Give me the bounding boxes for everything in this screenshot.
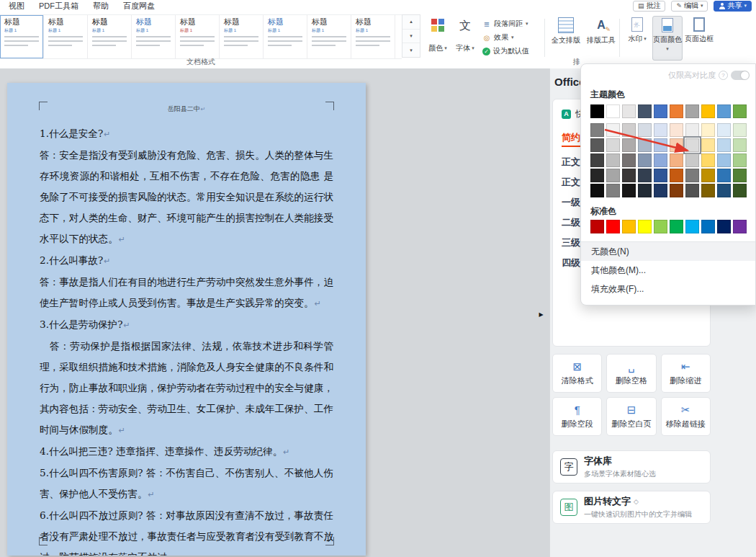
color-swatch[interactable] — [638, 220, 652, 233]
color-swatch[interactable] — [654, 104, 667, 118]
color-swatch[interactable] — [717, 104, 731, 118]
share-button[interactable]: 共享 ▾ — [714, 1, 752, 12]
color-swatch[interactable] — [670, 104, 683, 118]
menu-tab[interactable]: 百度网盘 — [123, 1, 155, 12]
style-card[interactable]: 标题标题 1 — [307, 15, 351, 58]
color-swatch[interactable] — [622, 123, 636, 137]
color-swatch[interactable] — [685, 123, 699, 137]
color-swatch[interactable] — [733, 138, 747, 152]
color-swatch[interactable] — [654, 123, 667, 137]
tool-card[interactable]: ✂移除超链接 — [661, 397, 711, 436]
gallery-scroll-up-button[interactable]: ▴ — [402, 15, 420, 30]
watermark-button[interactable]: 水印 ▾ — [624, 16, 651, 45]
color-swatch[interactable] — [606, 138, 620, 152]
selected-color-swatch[interactable] — [685, 138, 699, 152]
style-card[interactable]: 标题标题 1 — [220, 15, 264, 58]
color-swatch[interactable] — [590, 184, 604, 197]
color-swatch[interactable] — [638, 123, 652, 137]
color-swatch[interactable] — [638, 169, 652, 182]
color-swatch[interactable] — [638, 153, 652, 167]
style-card[interactable]: 标题标题 1 — [264, 15, 307, 58]
color-swatch[interactable] — [654, 153, 667, 167]
color-swatch[interactable] — [590, 104, 604, 118]
menu-tab[interactable]: 视图 — [9, 1, 24, 12]
color-swatch[interactable] — [701, 104, 715, 118]
effects-button[interactable]: ◎ 效果 ▾ — [482, 32, 543, 43]
font-library-card[interactable]: 字 字体库 多场景字体素材随心选 — [552, 450, 711, 484]
color-swatch[interactable] — [670, 184, 683, 197]
document-page[interactable]: 岳阳县二中↵ 1.什么是安全?↵答：安全是指没有受到威胁没有危险、危害、损失。人… — [7, 83, 366, 556]
contrast-toggle[interactable] — [731, 71, 750, 80]
gallery-more-button[interactable]: ▾ — [402, 43, 420, 57]
color-swatch[interactable] — [622, 220, 636, 233]
fill-effects-item[interactable]: 填充效果(F)... — [581, 280, 755, 298]
color-swatch[interactable] — [622, 138, 636, 152]
menu-tab[interactable]: PDF工具箱 — [39, 1, 78, 12]
color-swatch[interactable] — [590, 169, 604, 182]
color-swatch[interactable] — [733, 169, 747, 182]
page-color-button[interactable]: 页面颜色 ▾ — [652, 16, 683, 61]
gallery-scroll-down-button[interactable]: ▾ — [402, 30, 420, 44]
color-swatch[interactable] — [638, 104, 652, 118]
style-card[interactable]: 标题标题 1 — [44, 15, 88, 58]
edit-button[interactable]: ✎ 编辑 ▾ — [671, 1, 708, 12]
style-card[interactable]: 标题标题 1 — [176, 15, 220, 58]
color-swatch[interactable] — [701, 138, 715, 152]
color-swatch[interactable] — [654, 138, 667, 152]
color-swatch[interactable] — [717, 169, 731, 182]
menu-tab[interactable]: 帮助 — [93, 1, 109, 12]
more-colors-item[interactable]: 其他颜色(M)... — [581, 261, 755, 280]
color-swatch[interactable] — [717, 123, 731, 137]
color-swatch[interactable] — [590, 220, 604, 233]
color-swatch[interactable] — [670, 169, 683, 182]
color-swatch[interactable] — [606, 169, 620, 182]
full-text-layout-button[interactable]: 全文排版 — [549, 16, 583, 47]
style-card[interactable]: 标题标题 1 — [0, 15, 44, 58]
color-swatch[interactable] — [733, 184, 747, 197]
color-swatch[interactable] — [717, 153, 731, 167]
color-swatch[interactable] — [606, 220, 620, 233]
color-swatch[interactable] — [606, 184, 620, 197]
color-swatch[interactable] — [622, 184, 636, 197]
color-swatch[interactable] — [733, 123, 747, 137]
tool-card[interactable]: ¶删除空段 — [552, 397, 602, 436]
color-swatch[interactable] — [685, 169, 699, 182]
color-swatch[interactable] — [622, 169, 636, 182]
tool-card[interactable]: ⊠清除格式 — [552, 354, 602, 393]
tool-card[interactable]: ⇤删除缩进 — [661, 354, 711, 393]
color-swatch[interactable] — [685, 104, 699, 118]
color-swatch[interactable] — [606, 104, 620, 118]
color-swatch[interactable] — [717, 184, 731, 197]
color-swatch[interactable] — [733, 153, 747, 167]
color-swatch[interactable] — [654, 169, 667, 182]
color-swatch[interactable] — [654, 184, 667, 197]
color-swatch[interactable] — [622, 104, 636, 118]
style-card[interactable]: 标题标题 1 — [132, 15, 176, 58]
color-swatch[interactable] — [670, 220, 683, 233]
color-swatch[interactable] — [670, 153, 683, 167]
color-swatch[interactable] — [685, 220, 699, 233]
color-swatch[interactable] — [670, 123, 683, 137]
tool-card[interactable]: ⊟删除空白页 — [606, 397, 656, 436]
color-swatch[interactable] — [701, 169, 715, 182]
sidebar-collapse-button[interactable]: ▶ — [536, 305, 546, 324]
paragraph-spacing-button[interactable]: ≣ 段落间距 ▾ — [482, 19, 543, 29]
color-swatch[interactable] — [685, 153, 699, 167]
font-button[interactable]: 文 字体 ▾ — [452, 16, 478, 56]
color-swatch[interactable] — [701, 184, 715, 197]
color-swatch[interactable] — [685, 184, 699, 197]
color-swatch[interactable] — [733, 104, 747, 118]
set-default-button[interactable]: ✓ 设为默认值 — [482, 46, 543, 56]
layout-tools-button[interactable]: A✎ 排版工具 — [585, 16, 618, 47]
style-card[interactable]: 标题标题 1 — [351, 15, 395, 58]
color-swatch[interactable] — [590, 153, 604, 167]
color-swatch[interactable] — [670, 138, 683, 152]
style-card[interactable]: 标题标题 1 — [88, 15, 132, 58]
color-swatch[interactable] — [717, 138, 731, 152]
color-swatch[interactable] — [701, 123, 715, 137]
page-border-button[interactable]: 页面边框 — [684, 16, 714, 45]
color-swatch[interactable] — [590, 138, 604, 152]
doc-body[interactable]: 1.什么是安全?↵答：安全是指没有受到威胁没有危险、危害、损失。人类的整体与生存… — [40, 123, 333, 556]
color-swatch[interactable] — [606, 153, 620, 167]
color-swatch[interactable] — [654, 220, 667, 233]
